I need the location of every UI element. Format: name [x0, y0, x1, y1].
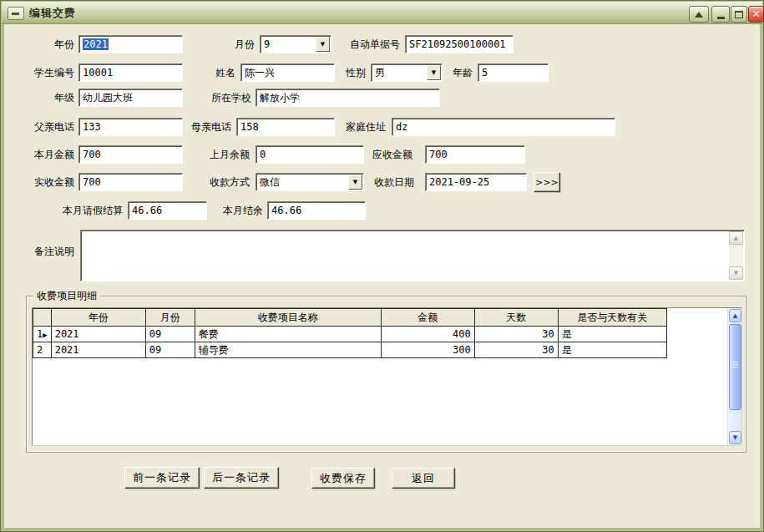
fee-detail-group-title: 收费项目明细 [33, 289, 100, 303]
cell-month: 09 [145, 327, 195, 342]
cell-amount: 300 [381, 342, 474, 358]
close-button[interactable]: ✕ [748, 6, 764, 23]
cell-item: 餐费 [195, 327, 381, 342]
student-id-label: 学生编号 [16, 63, 74, 82]
fee-detail-grid[interactable]: 年份 月份 收费项目名称 金额 天数 是否与天数有关 1▶ 2021 09 餐费… [32, 307, 742, 446]
rollup-icon [695, 12, 703, 18]
received-value: 700 [83, 176, 101, 188]
arrow-up-glyph: ▲ [734, 235, 738, 241]
month-combobox[interactable]: 9 ▼ [260, 35, 331, 53]
last-balance-input[interactable]: 0 [256, 145, 364, 164]
arrow-down-glyph: ▼ [734, 270, 738, 276]
address-input[interactable]: dz [392, 118, 615, 136]
auto-no-value: SF21092500100001 [409, 38, 506, 50]
pay-date-input[interactable]: 2021-09-25 [425, 173, 527, 191]
table-row[interactable]: 2 2021 09 辅导费 300 30 是 [33, 342, 667, 358]
pay-method-dropdown-button[interactable]: ▼ [348, 175, 362, 190]
maximize-button[interactable] [731, 6, 747, 23]
grade-label: 年级 [16, 89, 74, 107]
grade-input[interactable]: 幼儿园大班 [78, 89, 183, 107]
cell-days: 30 [474, 327, 558, 342]
fee-detail-groupbox: 收费项目明细 年份 月份 收费项目名称 金额 天数 是否与天数有关 1▶ [26, 296, 746, 453]
leave-settle-value: 46.66 [132, 205, 162, 216]
month-balance-label: 本月结余 [218, 201, 263, 220]
father-phone-label: 父亲电话 [16, 118, 74, 136]
more-button[interactable]: >>> [534, 172, 560, 192]
father-phone-value: 133 [83, 121, 101, 133]
school-input[interactable]: 解放小学 [256, 89, 440, 107]
system-menu-icon[interactable] [8, 7, 24, 20]
leave-settle-input[interactable]: 46.66 [128, 201, 207, 220]
month-amount-input[interactable]: 700 [78, 145, 183, 164]
mother-phone-value: 158 [240, 121, 259, 133]
month-balance-value: 46.66 [271, 205, 301, 216]
student-id-value: 10001 [83, 67, 113, 79]
remarks-scrollbar[interactable]: ▲ ▼ [729, 231, 743, 280]
close-icon: ✕ [751, 9, 760, 19]
minimize-button[interactable] [711, 6, 730, 23]
col-year[interactable]: 年份 [51, 309, 145, 327]
scroll-down-icon[interactable]: ▼ [729, 266, 743, 280]
age-value: 5 [482, 67, 488, 79]
col-days[interactable]: 天数 [474, 309, 558, 327]
address-value: dz [396, 121, 407, 133]
col-amount[interactable]: 金额 [381, 309, 474, 327]
rollup-button[interactable] [689, 6, 709, 23]
student-id-input[interactable]: 10001 [78, 63, 183, 82]
col-item-name[interactable]: 收费项目名称 [195, 309, 381, 327]
year-value: 2021 [83, 38, 109, 50]
gender-label: 性别 [321, 63, 366, 82]
age-input[interactable]: 5 [478, 63, 549, 82]
grid-scrollbar[interactable]: ▲ ▼ [727, 308, 741, 445]
title-bar[interactable]: 编辑交费 ✕ [2, 2, 762, 24]
cell-amount: 400 [381, 327, 474, 342]
last-balance-value: 0 [260, 149, 266, 160]
row-indicator: 1▶ [33, 327, 52, 342]
school-value: 解放小学 [260, 92, 300, 104]
next-record-button[interactable]: 后一条记录 [204, 467, 279, 489]
pay-date-label: 收款日期 [369, 173, 414, 191]
month-amount-value: 700 [83, 149, 101, 160]
cell-day-related: 是 [558, 342, 666, 358]
cell-item: 辅导费 [195, 342, 381, 358]
col-month[interactable]: 月份 [145, 309, 195, 327]
receivable-input[interactable]: 700 [425, 145, 525, 164]
prev-record-button[interactable]: 前一条记录 [124, 467, 200, 489]
father-phone-input[interactable]: 133 [78, 118, 183, 136]
received-label: 实收金额 [16, 173, 74, 191]
col-day-related[interactable]: 是否与天数有关 [558, 309, 666, 327]
month-label: 月份 [210, 35, 255, 53]
cell-year: 2021 [51, 327, 145, 342]
year-label: 年份 [16, 35, 74, 53]
received-input[interactable]: 700 [78, 173, 183, 191]
mother-phone-input[interactable]: 158 [236, 118, 335, 136]
pay-date-value: 2021-09-25 [429, 176, 489, 188]
remarks-textarea[interactable]: ▲ ▼ [80, 230, 745, 281]
auto-no-input[interactable]: SF21092500100001 [405, 35, 514, 53]
scroll-up-icon[interactable]: ▲ [729, 231, 743, 245]
cell-days: 30 [474, 342, 558, 358]
month-value: 9 [264, 38, 270, 50]
gender-value: 男 [375, 67, 385, 79]
scrollbar-thumb[interactable] [729, 324, 741, 410]
remarks-label: 备注说明 [16, 242, 74, 261]
receivable-value: 700 [429, 149, 448, 160]
back-button[interactable]: 返回 [392, 468, 455, 489]
edit-payment-window: 编辑交费 ✕ 年份 2021 月份 9 ▼ 自动单据号 SF2109250010… [0, 0, 764, 532]
pay-method-combobox[interactable]: 微信 ▼ [256, 173, 364, 191]
save-fee-button[interactable]: 收费保存 [311, 468, 375, 489]
cell-month: 09 [145, 342, 195, 358]
month-balance-input[interactable]: 46.66 [267, 201, 366, 220]
row-indicator-header [33, 309, 52, 327]
scroll-up-icon[interactable]: ▲ [729, 309, 741, 322]
scroll-down-icon[interactable]: ▼ [729, 431, 741, 444]
chevron-down-icon: ▼ [353, 175, 357, 190]
age-label: 年龄 [428, 63, 473, 82]
year-input[interactable]: 2021 [78, 35, 183, 53]
month-amount-label: 本月金额 [16, 145, 74, 164]
school-label: 所在学校 [206, 89, 251, 107]
cell-year: 2021 [51, 342, 145, 358]
month-dropdown-button[interactable]: ▼ [316, 37, 330, 52]
table-row[interactable]: 1▶ 2021 09 餐费 400 30 是 [33, 327, 667, 342]
leave-settle-label: 本月请假结算 [16, 201, 123, 220]
